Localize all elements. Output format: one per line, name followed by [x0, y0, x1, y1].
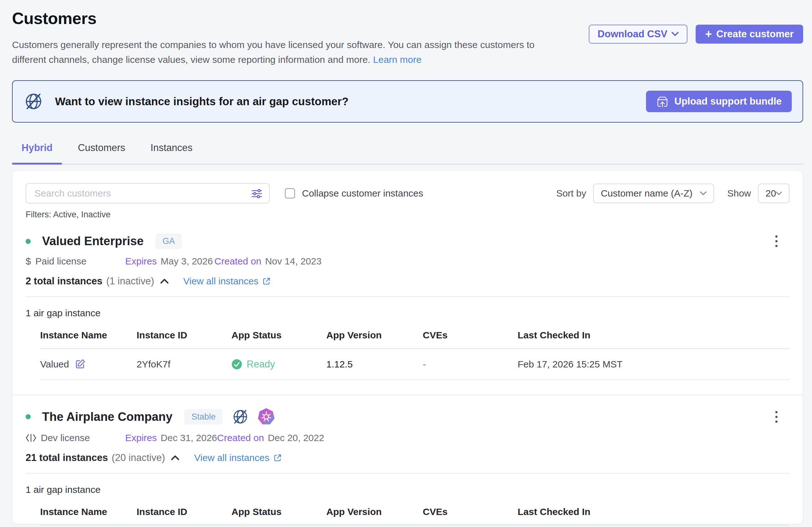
search-input[interactable]	[26, 183, 270, 204]
create-customer-label: Create customer	[716, 28, 794, 40]
instance-name: Valued	[40, 359, 69, 370]
chevron-down-icon	[776, 192, 782, 196]
collapse-instances-checkbox[interactable]	[285, 188, 295, 198]
search-box	[26, 183, 270, 204]
header-actions: Download CSV + Create customer	[589, 25, 803, 44]
col-cves: CVEs	[423, 507, 518, 517]
show-label: Show	[727, 188, 751, 199]
chevron-down-icon	[672, 32, 679, 36]
instance-id: 2YfoK7f	[136, 359, 231, 370]
total-instances-text: 21 total instances	[26, 452, 108, 464]
channel-badge: Stable	[184, 409, 222, 425]
chevron-up-icon	[171, 455, 179, 461]
expires-label: Expires	[125, 433, 157, 443]
instances-summary-row: 21 total instances (20 inactive) View al…	[26, 452, 789, 464]
created-on-label: Created on	[217, 433, 264, 443]
customer-menu-button[interactable]	[773, 409, 780, 425]
download-csv-button[interactable]: Download CSV	[589, 25, 687, 44]
app-status-text: Ready	[247, 359, 275, 370]
license-row: Dev license Expires Dec 31, 2026 Created…	[26, 433, 789, 443]
inactive-instances-text: (1 inactive)	[106, 275, 154, 287]
created-info: Created on Nov 14, 2023	[214, 256, 322, 267]
customer-menu-button[interactable]	[773, 234, 780, 249]
external-link-icon	[262, 277, 271, 286]
last-checked-in: Feb 17, 2026 15:25 MST	[518, 359, 789, 370]
active-filters-text: Filters: Active, Inactive	[26, 210, 789, 220]
upload-button-label: Upload support bundle	[675, 96, 782, 107]
instances-table: Instance Name Instance ID App Status App…	[40, 330, 789, 380]
table-row: Valued 2YfoK7f Ready 1.12.5 - Feb 17, 20…	[40, 349, 789, 380]
col-last-checked-in: Last Checked In	[518, 330, 789, 341]
col-app-status: App Status	[231, 507, 326, 517]
col-instance-id: Instance ID	[136, 507, 231, 517]
customer-block: Valued Enterprise GA $ Paid license Expi…	[26, 234, 789, 380]
cves-value: -	[423, 359, 518, 370]
sort-by-label: Sort by	[556, 188, 586, 199]
app-status-cell: Ready	[231, 359, 326, 370]
create-customer-button[interactable]: + Create customer	[696, 25, 803, 44]
license-type-label: Paid license	[35, 256, 87, 267]
show-select-value: 20	[766, 188, 776, 199]
app-version: 1.12.5	[326, 359, 423, 370]
expires-date: Dec 31, 2026	[161, 433, 217, 443]
download-csv-label: Download CSV	[598, 28, 667, 40]
tab-instances[interactable]: Instances	[141, 142, 202, 164]
customer-divider	[12, 395, 803, 395]
collapse-instances-label: Collapse customer instances	[302, 188, 423, 199]
collapse-instances-toggle[interactable]	[171, 455, 179, 461]
show-select[interactable]: 20	[758, 184, 789, 203]
tab-hybrid[interactable]: Hybrid	[12, 142, 62, 164]
collapse-instances-control: Collapse customer instances	[285, 188, 423, 199]
check-circle-icon	[231, 359, 242, 370]
created-date: Nov 14, 2023	[265, 256, 321, 267]
customers-panel: Collapse customer instances Sort by Cust…	[12, 170, 803, 524]
instances-table: Instance Name Instance ID App Status App…	[40, 507, 789, 526]
table-header-row: Instance Name Instance ID App Status App…	[40, 507, 789, 526]
section-divider	[26, 473, 789, 473]
inactive-instances-text: (20 inactive)	[112, 452, 165, 464]
sort-select[interactable]: Customer name (A-Z)	[593, 184, 714, 203]
learn-more-link[interactable]: Learn more	[373, 54, 421, 65]
expires-date: May 3, 2026	[161, 256, 213, 267]
page-header: Customers Customers generally represent …	[0, 0, 812, 67]
license-type: $ Paid license	[26, 256, 125, 267]
expires-label: Expires	[125, 256, 157, 267]
upload-icon	[656, 95, 669, 108]
tab-customers[interactable]: Customers	[68, 142, 135, 164]
edit-icon[interactable]	[75, 359, 85, 370]
created-info: Created on Dec 20, 2022	[217, 433, 324, 443]
section-divider	[26, 296, 789, 297]
page-title: Customers	[12, 9, 564, 28]
col-app-status: App Status	[231, 330, 326, 341]
airgap-instances-heading: 1 air gap instance	[26, 308, 789, 318]
col-app-version: App Version	[326, 507, 423, 517]
tab-bar: Hybrid Customers Instances	[12, 142, 803, 165]
sort-select-value: Customer name (A-Z)	[601, 188, 693, 199]
customer-name[interactable]: Valued Enterprise	[42, 235, 144, 248]
customer-header: The Airplane Company Stable	[26, 408, 789, 425]
external-link-icon	[273, 453, 282, 462]
view-all-instances-label: View all instances	[184, 276, 259, 287]
chevron-up-icon	[160, 278, 169, 284]
customer-type-icons	[231, 408, 275, 425]
instance-name-cell: Valued	[40, 359, 136, 370]
collapse-instances-toggle[interactable]	[160, 278, 169, 284]
view-all-instances-link[interactable]: View all instances	[184, 276, 271, 287]
col-app-version: App Version	[326, 330, 423, 341]
col-instance-name: Instance Name	[40, 330, 136, 341]
col-cves: CVEs	[423, 330, 518, 341]
filter-sliders-icon[interactable]	[251, 188, 263, 200]
view-all-instances-link[interactable]: View all instances	[194, 452, 282, 463]
airgap-banner: Want to view instance insights for an ai…	[12, 80, 803, 123]
license-row: $ Paid license Expires May 3, 2026 Creat…	[26, 256, 789, 267]
customer-name[interactable]: The Airplane Company	[42, 410, 172, 424]
upload-support-bundle-button[interactable]: Upload support bundle	[646, 91, 792, 112]
sort-controls: Sort by Customer name (A-Z) Show 20	[556, 184, 789, 203]
table-header-row: Instance Name Instance ID App Status App…	[40, 330, 789, 349]
expires-info: Expires Dec 31, 2026	[125, 433, 217, 443]
page-description: Customers generally represent the compan…	[12, 37, 564, 67]
toolbar: Collapse customer instances Sort by Cust…	[26, 183, 789, 204]
header-text: Customers Customers generally represent …	[12, 9, 564, 67]
airgap-instances-heading: 1 air gap instance	[26, 484, 789, 495]
channel-badge: GA	[156, 234, 182, 249]
